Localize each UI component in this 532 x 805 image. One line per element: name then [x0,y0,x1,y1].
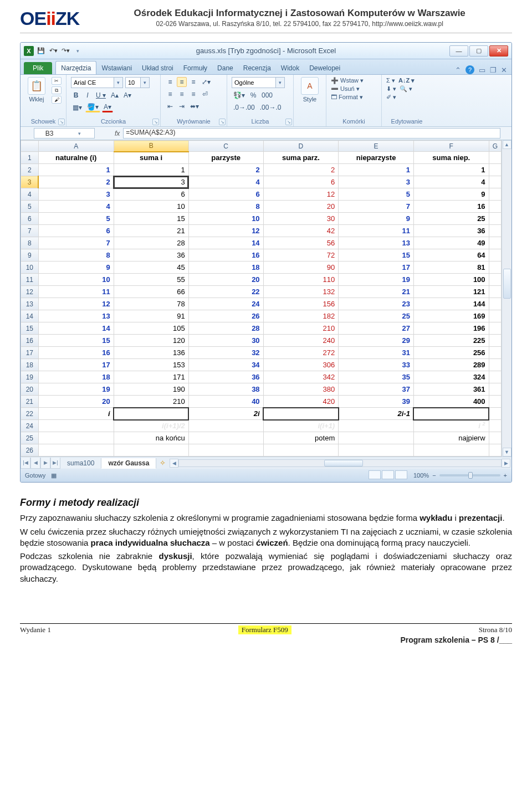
data-header-cell[interactable]: parzyste [188,152,263,164]
find-select-icon[interactable]: 🔍 ▾ [400,85,412,92]
cell[interactable]: 10 [114,201,188,213]
cell[interactable] [263,408,339,420]
row-header[interactable]: 15 [21,322,39,335]
view-buttons[interactable] [368,470,408,480]
cell[interactable]: 17 [38,359,114,371]
redo-icon[interactable]: ↷▾ [60,46,70,56]
align-left-icon[interactable]: ≡ [165,89,175,99]
cell[interactable]: 5 [38,213,114,225]
cell[interactable]: 6 [38,225,114,237]
ribbon-tab-insert[interactable]: Wstawiani [96,61,137,74]
cell[interactable]: 34 [188,359,263,371]
cell[interactable]: 4 [413,176,489,188]
file-tab[interactable]: Plik [24,62,52,74]
data-header-cell[interactable]: naturalne (i) [38,152,114,164]
cell[interactable]: 40 [188,396,263,408]
cell[interactable]: 30 [263,213,339,225]
row-header[interactable]: 4 [21,188,39,201]
cell[interactable]: 37 [339,383,414,396]
cell[interactable]: 22 [188,286,263,298]
cell[interactable]: 9 [413,188,489,201]
cell[interactable]: najpierw [413,432,489,444]
save-icon[interactable]: 💾 [36,46,46,56]
cell[interactable]: 2i-1 [339,408,414,420]
cell[interactable]: 361 [413,383,489,396]
cell[interactable]: 35 [339,371,414,383]
cut-icon[interactable]: ✂ [52,77,62,85]
row-header[interactable]: 21 [21,396,39,408]
cell[interactable]: 27 [339,322,414,335]
col-header[interactable]: F [413,141,489,152]
ribbon-minimize-icon[interactable]: ⌃ [455,66,461,74]
formula-input[interactable]: =SUMA(A$2:A3) [123,128,500,139]
ribbon-tab-formulas[interactable]: Formuły [178,61,212,74]
cell[interactable]: 19 [38,383,114,396]
ribbon-tab-layout[interactable]: Układ stroi [137,61,178,74]
last-sheet-icon[interactable]: ▶| [50,458,60,469]
cell[interactable]: 342 [263,371,339,383]
cell[interactable]: 14 [38,322,114,335]
cell[interactable]: 32 [188,347,263,359]
cell[interactable]: 66 [114,286,188,298]
cell[interactable]: 105 [114,322,188,335]
row-header[interactable]: 11 [21,274,39,286]
cell[interactable]: 36 [114,249,188,262]
cell[interactable]: 31 [339,347,414,359]
bold-button[interactable]: B [71,90,81,100]
new-sheet-icon[interactable]: ✧ [156,459,168,467]
cell[interactable]: 156 [263,298,339,310]
close-button[interactable]: ✕ [489,45,508,57]
row-header[interactable]: 17 [21,347,39,359]
cell[interactable]: 36 [413,225,489,237]
cell[interactable]: 78 [114,298,188,310]
cell[interactable]: 1 [339,164,414,176]
cell[interactable]: 3 [38,188,114,201]
cell[interactable]: 45 [114,262,188,274]
format-cells-button[interactable]: 🗔 Format ▾ [331,94,364,101]
row-header[interactable]: 10 [21,262,39,274]
cell[interactable]: 15 [339,249,414,262]
name-box[interactable]: B3 ▾ [34,128,95,139]
cell[interactable]: 4 [38,201,114,213]
insert-cells-button[interactable]: ➕ Wstaw ▾ [331,77,364,84]
cell[interactable]: 72 [263,249,339,262]
cell[interactable]: i(i+1)/2 [114,420,188,432]
cell[interactable]: 144 [413,298,489,310]
cell[interactable]: 272 [263,347,339,359]
cell[interactable]: 153 [114,359,188,371]
copy-icon[interactable]: ⧉ [52,86,62,94]
font-name-input[interactable] [71,77,114,88]
cell[interactable] [114,408,188,420]
prev-sheet-icon[interactable]: ◀ [30,458,40,469]
merge-center-icon[interactable]: ⬌▾ [188,101,201,111]
zoom-out-icon[interactable]: − [432,472,436,479]
cell[interactable]: 16 [188,249,263,262]
ribbon-tab-data[interactable]: Dane [212,61,238,74]
align-center-icon[interactable]: ≡ [177,89,187,99]
cell[interactable]: 2i [188,408,263,420]
chevron-down-icon[interactable]: ▾ [114,77,123,88]
cell[interactable]: 8 [38,249,114,262]
fill-button[interactable]: ⬇ ▾ 🔍 ▾ [386,85,415,93]
comma-style-icon[interactable]: 000 [260,90,274,100]
cell[interactable]: 380 [263,383,339,396]
inner-minimize-icon[interactable]: ▭ [479,66,485,74]
scroll-up-icon[interactable]: ▲ [503,140,511,149]
cell[interactable]: 9 [38,262,114,274]
cell[interactable]: 25 [413,213,489,225]
cell[interactable]: 2 [188,164,263,176]
zoom-slider[interactable] [439,474,500,476]
cell[interactable]: 3 [114,176,188,188]
cell[interactable]: 12 [188,225,263,237]
col-header[interactable]: G [489,141,501,152]
cell[interactable]: 15 [38,335,114,347]
cell[interactable]: 49 [413,237,489,249]
scroll-down-icon[interactable]: ▼ [503,448,511,457]
increase-decimal-icon[interactable]: .0→.00 [232,102,257,112]
cell[interactable]: 26 [188,310,263,322]
cell[interactable]: 20 [38,396,114,408]
cell[interactable]: 210 [114,396,188,408]
cell[interactable]: 56 [263,237,339,249]
cell[interactable]: 6 [263,176,339,188]
cell[interactable]: 11 [339,225,414,237]
